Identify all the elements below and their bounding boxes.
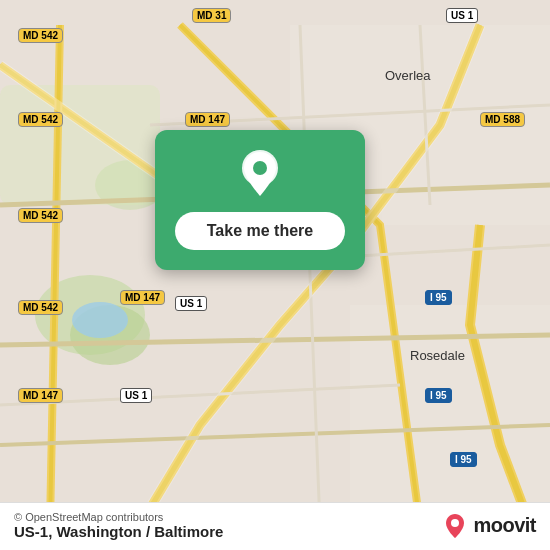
bottom-bar: © OpenStreetMap contributors US-1, Washi… — [0, 502, 550, 550]
badge-md147-1: MD 147 — [185, 112, 230, 127]
badge-i95-2: I 95 — [425, 388, 452, 403]
bottom-left-info: © OpenStreetMap contributors US-1, Washi… — [14, 511, 223, 540]
badge-md588: MD 588 — [480, 112, 525, 127]
badge-md147-2: MD 147 — [120, 290, 165, 305]
badge-md31: MD 31 — [192, 8, 231, 23]
badge-us1-top: US 1 — [446, 8, 478, 23]
take-me-there-button[interactable]: Take me there — [175, 212, 345, 250]
moovit-logo: moovit — [441, 512, 536, 540]
badge-i95-3: I 95 — [450, 452, 477, 467]
map-container: MD 542 MD 31 US 1 MD 542 MD 147 MD 588 M… — [0, 0, 550, 550]
moovit-logo-text: moovit — [473, 514, 536, 537]
badge-md542-4: MD 542 — [18, 300, 63, 315]
svg-point-9 — [253, 161, 267, 175]
map-background — [0, 0, 550, 550]
badge-md147-3: MD 147 — [18, 388, 63, 403]
location-label: US-1, Washington / Baltimore — [14, 523, 223, 540]
badge-us1-mid: US 1 — [175, 296, 207, 311]
svg-point-10 — [451, 519, 459, 527]
badge-md542-3: MD 542 — [18, 208, 63, 223]
badge-md542-2: MD 542 — [18, 112, 63, 127]
moovit-pin-icon — [441, 512, 469, 540]
badge-md542-1: MD 542 — [18, 28, 63, 43]
pin-icon — [234, 148, 286, 200]
popup-card: Take me there — [155, 130, 365, 270]
svg-rect-4 — [0, 85, 160, 205]
svg-point-5 — [72, 302, 128, 338]
badge-us1-bot: US 1 — [120, 388, 152, 403]
osm-attribution: © OpenStreetMap contributors — [14, 511, 223, 523]
badge-i95-1: I 95 — [425, 290, 452, 305]
